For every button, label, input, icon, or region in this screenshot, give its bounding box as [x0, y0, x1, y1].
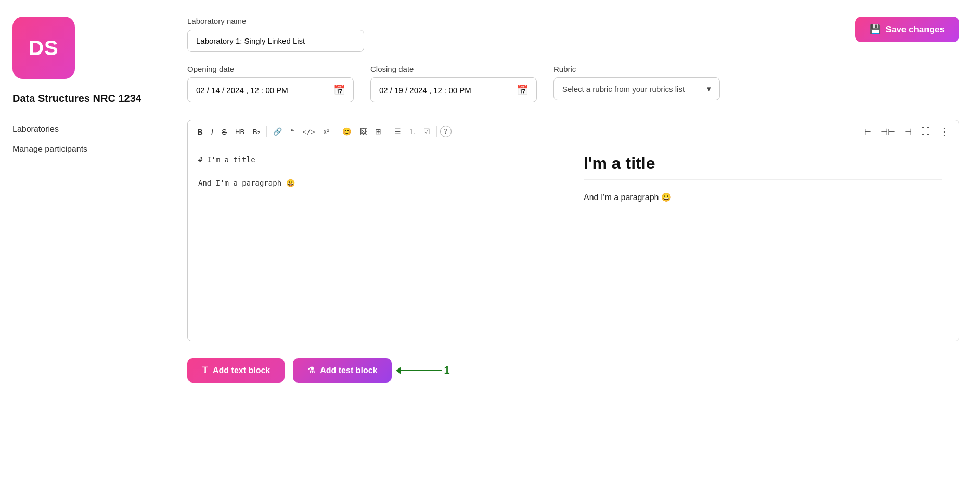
editor-panes: # I'm a title And I'm a paragraph 😀 I'm … [188, 143, 959, 341]
toolbar-sep-4 [436, 126, 437, 137]
image-button[interactable]: 🖼 [356, 125, 370, 138]
toolbar-left: B I S HB B₂ 🔗 ❝ </> x² 😊 🖼 ⊞ ☰ 1. ☑ ? [194, 125, 452, 138]
preview-paragraph: And I'm a paragraph 😀 [584, 191, 942, 204]
course-title: Data Structures NRC 1234 [12, 91, 153, 105]
split-left-icon[interactable]: ⊢ [861, 125, 874, 139]
save-changes-button[interactable]: 💾 Save changes [855, 17, 959, 42]
closing-date-value: 02 / 19 / 2024 , 12 : 00 PM [379, 86, 471, 95]
test-block-icon: ⚗ [307, 365, 315, 375]
opening-date-input[interactable]: 02 / 14 / 2024 , 12 : 00 PM 📅 [187, 77, 354, 102]
rubric-select[interactable]: Select a rubric from your rubrics list ▾ [553, 77, 720, 100]
opening-date-group: Opening date 02 / 14 / 2024 , 12 : 00 PM… [187, 64, 354, 102]
top-bar: 💾 Save changes [855, 17, 959, 42]
rubric-group: Rubric Select a rubric from your rubrics… [553, 64, 720, 100]
strikethrough-button[interactable]: S [218, 125, 230, 138]
annotation-number: 1 [444, 364, 449, 376]
superscript-button[interactable]: x² [320, 125, 332, 138]
form-divider [187, 111, 959, 111]
emoji-button[interactable]: 😊 [339, 125, 354, 138]
closing-date-label: Closing date [370, 64, 537, 73]
arrow-annotation: 1 [400, 364, 449, 376]
opening-date-value: 02 / 14 / 2024 , 12 : 00 PM [196, 86, 288, 95]
sidebar-item-laboratories[interactable]: Laboratories [12, 122, 153, 137]
sidebar-nav: Laboratories Manage participants [12, 122, 153, 157]
sub-sup-button[interactable]: B₂ [250, 126, 263, 138]
help-button[interactable]: ? [440, 126, 452, 137]
rubric-placeholder: Select a rubric from your rubrics list [562, 85, 685, 94]
sidebar-item-manage-participants[interactable]: Manage participants [12, 141, 153, 157]
sidebar: DS Data Structures NRC 1234 Laboratories… [0, 0, 166, 487]
save-button-label: Save changes [886, 24, 945, 35]
dates-row: Opening date 02 / 14 / 2024 , 12 : 00 PM… [187, 64, 959, 102]
opening-date-label: Opening date [187, 64, 354, 73]
italic-button[interactable]: I [208, 125, 216, 138]
task-list-button[interactable]: ☑ [420, 125, 433, 138]
blockquote-button[interactable]: ❝ [287, 125, 298, 138]
lab-name-group: Laboratory name [187, 17, 364, 52]
toolbar-sep-3 [388, 126, 388, 137]
editor-toolbar: B I S HB B₂ 🔗 ❝ </> x² 😊 🖼 ⊞ ☰ 1. ☑ ? [188, 120, 959, 143]
rubric-label: Rubric [553, 64, 720, 73]
toolbar-sep-1 [266, 126, 267, 137]
editor-preview: I'm a title And I'm a paragraph 😀 [567, 143, 959, 341]
editor-source[interactable]: # I'm a title And I'm a paragraph 😀 [188, 143, 567, 341]
split-both-icon[interactable]: ⊣⊢ [878, 125, 898, 139]
opening-calendar-icon: 📅 [333, 84, 345, 96]
highlight-button[interactable]: HB [232, 126, 248, 138]
closing-calendar-icon: 📅 [517, 84, 528, 96]
unordered-list-button[interactable]: ☰ [391, 125, 404, 138]
save-icon: 💾 [870, 24, 881, 35]
arrow-line [400, 370, 442, 371]
link-button[interactable]: 🔗 [270, 125, 285, 138]
closing-date-group: Closing date 02 / 19 / 2024 , 12 : 00 PM… [370, 64, 537, 102]
lab-name-label: Laboratory name [187, 17, 364, 25]
preview-title: I'm a title [584, 154, 942, 180]
toolbar-right: ⊢ ⊣⊢ ⊣ ⛶ ⋮ [861, 124, 952, 139]
text-block-icon: 𝕋 [202, 365, 208, 375]
main-content: 💾 Save changes Laboratory name Opening d… [166, 0, 980, 487]
add-test-block-label: Add test block [320, 366, 377, 375]
editor-container: B I S HB B₂ 🔗 ❝ </> x² 😊 🖼 ⊞ ☰ 1. ☑ ? [187, 120, 959, 341]
chevron-down-icon: ▾ [707, 84, 711, 94]
code-inline-button[interactable]: </> [300, 126, 318, 138]
app-logo-avatar: DS [12, 17, 75, 79]
closing-date-input[interactable]: 02 / 19 / 2024 , 12 : 00 PM 📅 [370, 77, 537, 102]
form-section: Laboratory name [187, 17, 959, 52]
bold-button[interactable]: B [194, 125, 206, 138]
table-button[interactable]: ⊞ [372, 125, 384, 138]
ordered-list-button[interactable]: 1. [406, 126, 418, 138]
split-right-icon[interactable]: ⊣ [901, 125, 915, 139]
add-text-block-label: Add text block [213, 366, 270, 375]
add-test-block-button[interactable]: ⚗ Add test block [293, 358, 392, 383]
bottom-buttons: 𝕋 Add text block ⚗ Add test block 1 [187, 354, 959, 387]
add-text-block-button[interactable]: 𝕋 Add text block [187, 358, 285, 383]
lab-name-input[interactable] [187, 30, 364, 52]
more-options-button[interactable]: ⋮ [936, 124, 952, 139]
fullscreen-icon[interactable]: ⛶ [918, 125, 933, 138]
toolbar-sep-2 [336, 126, 336, 137]
